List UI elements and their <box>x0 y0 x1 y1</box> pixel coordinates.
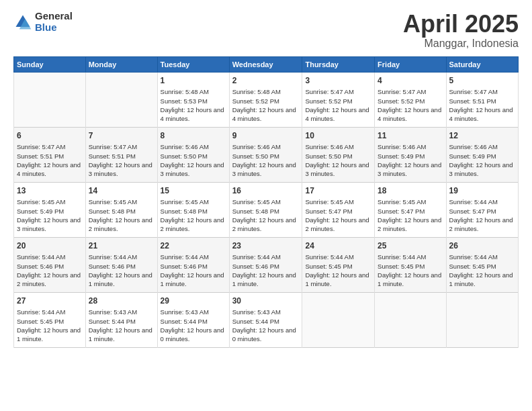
sunrise-text: Sunrise: 5:43 AM <box>232 308 300 316</box>
day-number: 6 <box>17 130 83 142</box>
day-number: 7 <box>89 130 154 142</box>
sunset-text: Sunset: 5:48 PM <box>161 207 226 216</box>
day-number: 24 <box>305 240 371 252</box>
sunrise-text: Sunrise: 5:44 AM <box>232 253 300 261</box>
calendar-cell: 15Sunrise: 5:45 AMSunset: 5:48 PMDayligh… <box>157 182 229 237</box>
sunrise-text: Sunrise: 5:43 AM <box>161 308 226 316</box>
sunrise-text: Sunrise: 5:45 AM <box>17 197 83 206</box>
location: Manggar, Indonesia <box>403 38 519 50</box>
day-number: 27 <box>17 295 83 307</box>
sunset-text: Sunset: 5:47 PM <box>305 207 371 216</box>
header-saturday: Saturday <box>446 56 518 72</box>
day-number: 26 <box>449 240 515 252</box>
calendar-header-row: SundayMondayTuesdayWednesdayThursdayFrid… <box>14 56 519 72</box>
daylight-text: Daylight: 12 hours and 0 minutes. <box>161 326 226 344</box>
sunrise-text: Sunrise: 5:45 AM <box>305 197 371 206</box>
daylight-text: Daylight: 12 hours and 2 minutes. <box>305 216 371 234</box>
calendar-cell: 19Sunrise: 5:44 AMSunset: 5:47 PMDayligh… <box>446 182 518 237</box>
calendar-cell: 11Sunrise: 5:46 AMSunset: 5:49 PMDayligh… <box>375 127 446 182</box>
sunset-text: Sunset: 5:49 PM <box>378 152 443 161</box>
daylight-text: Daylight: 12 hours and 4 minutes. <box>305 105 371 124</box>
daylight-text: Daylight: 12 hours and 1 minute. <box>378 271 443 289</box>
day-number: 4 <box>378 75 443 87</box>
day-number: 29 <box>161 295 226 307</box>
sunrise-text: Sunrise: 5:47 AM <box>449 87 515 96</box>
calendar-cell: 17Sunrise: 5:45 AMSunset: 5:47 PMDayligh… <box>302 182 375 237</box>
sunrise-text: Sunrise: 5:44 AM <box>449 253 515 261</box>
daylight-text: Daylight: 12 hours and 2 minutes. <box>17 271 83 289</box>
sunset-text: Sunset: 5:45 PM <box>305 262 371 271</box>
day-number: 13 <box>17 185 83 197</box>
daylight-text: Daylight: 12 hours and 3 minutes. <box>305 161 371 179</box>
calendar-cell: 9Sunrise: 5:46 AMSunset: 5:50 PMDaylight… <box>229 127 302 182</box>
calendar-cell: 4Sunrise: 5:47 AMSunset: 5:52 PMDaylight… <box>375 72 446 127</box>
sunrise-text: Sunrise: 5:44 AM <box>161 253 226 261</box>
sunset-text: Sunset: 5:46 PM <box>232 262 300 271</box>
day-number: 30 <box>232 295 300 307</box>
page-header: General Blue April 2025 Manggar, Indones… <box>13 11 519 50</box>
calendar-cell: 20Sunrise: 5:44 AMSunset: 5:46 PMDayligh… <box>14 237 86 292</box>
day-number: 15 <box>161 185 226 197</box>
sunrise-text: Sunrise: 5:44 AM <box>449 197 515 206</box>
sunrise-text: Sunrise: 5:44 AM <box>89 253 154 261</box>
week-row-3: 20Sunrise: 5:44 AMSunset: 5:46 PMDayligh… <box>14 237 519 292</box>
header-friday: Friday <box>375 56 446 72</box>
day-number: 9 <box>232 130 300 142</box>
sunrise-text: Sunrise: 5:47 AM <box>17 142 83 151</box>
day-number: 8 <box>161 130 226 142</box>
sunrise-text: Sunrise: 5:48 AM <box>232 87 300 96</box>
calendar-cell: 2Sunrise: 5:48 AMSunset: 5:52 PMDaylight… <box>229 72 302 127</box>
daylight-text: Daylight: 12 hours and 2 minutes. <box>89 216 154 234</box>
sunrise-text: Sunrise: 5:46 AM <box>305 142 371 151</box>
sunset-text: Sunset: 5:44 PM <box>161 317 226 326</box>
daylight-text: Daylight: 12 hours and 2 minutes. <box>378 216 443 234</box>
header-thursday: Thursday <box>302 56 375 72</box>
sunrise-text: Sunrise: 5:44 AM <box>378 253 443 261</box>
calendar-cell: 18Sunrise: 5:45 AMSunset: 5:47 PMDayligh… <box>375 182 446 237</box>
title-block: April 2025 Manggar, Indonesia <box>403 11 519 50</box>
sunset-text: Sunset: 5:47 PM <box>449 207 515 216</box>
sunrise-text: Sunrise: 5:47 AM <box>305 87 371 96</box>
daylight-text: Daylight: 12 hours and 2 minutes. <box>449 216 515 234</box>
sunset-text: Sunset: 5:44 PM <box>232 317 300 326</box>
sunset-text: Sunset: 5:45 PM <box>378 262 443 271</box>
day-number: 21 <box>89 240 154 252</box>
calendar-cell: 6Sunrise: 5:47 AMSunset: 5:51 PMDaylight… <box>14 127 86 182</box>
day-number: 20 <box>17 240 83 252</box>
calendar-cell <box>85 72 157 127</box>
daylight-text: Daylight: 12 hours and 3 minutes. <box>17 216 83 234</box>
daylight-text: Daylight: 12 hours and 3 minutes. <box>89 161 154 179</box>
week-row-0: 1Sunrise: 5:48 AMSunset: 5:53 PMDaylight… <box>14 72 519 127</box>
calendar-cell <box>446 292 518 347</box>
calendar-cell: 7Sunrise: 5:47 AMSunset: 5:51 PMDaylight… <box>85 127 157 182</box>
sunrise-text: Sunrise: 5:43 AM <box>89 308 154 316</box>
day-number: 19 <box>449 185 515 197</box>
sunrise-text: Sunrise: 5:45 AM <box>89 197 154 206</box>
sunrise-text: Sunrise: 5:48 AM <box>161 87 226 96</box>
sunset-text: Sunset: 5:47 PM <box>378 207 443 216</box>
logo-icon <box>13 13 32 32</box>
sunset-text: Sunset: 5:52 PM <box>305 97 371 105</box>
calendar-cell: 8Sunrise: 5:46 AMSunset: 5:50 PMDaylight… <box>157 127 229 182</box>
sunset-text: Sunset: 5:51 PM <box>17 152 83 161</box>
sunset-text: Sunset: 5:46 PM <box>161 262 226 271</box>
day-number: 14 <box>89 185 154 197</box>
sunset-text: Sunset: 5:52 PM <box>378 97 443 105</box>
calendar-cell <box>302 292 375 347</box>
daylight-text: Daylight: 12 hours and 3 minutes. <box>161 161 226 179</box>
logo-general: General <box>35 11 73 22</box>
daylight-text: Daylight: 12 hours and 2 minutes. <box>161 216 226 234</box>
sunset-text: Sunset: 5:45 PM <box>17 317 83 326</box>
sunrise-text: Sunrise: 5:45 AM <box>232 197 300 206</box>
calendar-cell: 24Sunrise: 5:44 AMSunset: 5:45 PMDayligh… <box>302 237 375 292</box>
calendar-table: SundayMondayTuesdayWednesdayThursdayFrid… <box>13 56 519 348</box>
calendar-cell: 25Sunrise: 5:44 AMSunset: 5:45 PMDayligh… <box>375 237 446 292</box>
sunset-text: Sunset: 5:51 PM <box>89 152 154 161</box>
sunset-text: Sunset: 5:46 PM <box>89 262 154 271</box>
calendar-cell <box>375 292 446 347</box>
daylight-text: Daylight: 12 hours and 2 minutes. <box>232 216 300 234</box>
sunset-text: Sunset: 5:50 PM <box>305 152 371 161</box>
daylight-text: Daylight: 12 hours and 3 minutes. <box>449 161 515 179</box>
week-row-1: 6Sunrise: 5:47 AMSunset: 5:51 PMDaylight… <box>14 127 519 182</box>
day-number: 28 <box>89 295 154 307</box>
